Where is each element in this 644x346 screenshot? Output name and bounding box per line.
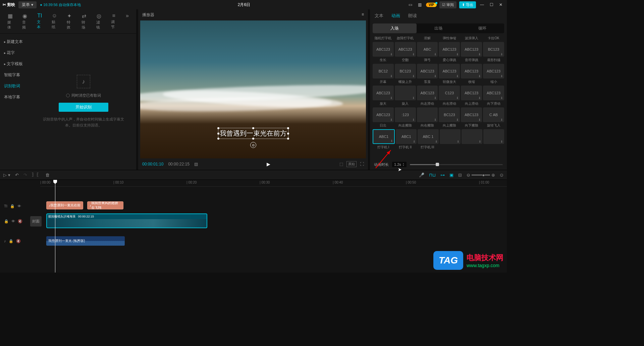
anim-preset[interactable]: ⬇ xyxy=(462,129,482,144)
lock-icon[interactable]: 🔒 xyxy=(10,204,15,208)
side-lyrics[interactable]: 识别歌词 xyxy=(0,81,31,92)
duration-input[interactable]: 1.2s▲▼ xyxy=(392,162,407,167)
export-button[interactable]: ⬆ 导出 xyxy=(459,1,476,8)
anim-preset[interactable]: ABC1⬇ xyxy=(396,129,417,144)
mute-icon[interactable]: 🔇 xyxy=(16,239,21,243)
audio-clip[interactable]: 我曾遇到一束光 (氛围版) xyxy=(46,236,125,246)
text-clip-1[interactable]: ♪ 我曾遇到一束光在前 xyxy=(46,201,83,209)
download-icon[interactable]: ⬇ xyxy=(456,118,459,121)
maximize-icon[interactable]: ☐ xyxy=(488,2,495,7)
timeline[interactable]: | 00:00| 00:10| 00:20| 00:30| 00:40| 00:… xyxy=(0,180,507,273)
preview-icon[interactable]: ▣ xyxy=(449,172,453,178)
download-icon[interactable]: ⬇ xyxy=(390,75,393,78)
zoom-out-icon[interactable]: ⊖ ━━━━●━━ ⊕ xyxy=(467,172,495,178)
tab-more[interactable]: » xyxy=(121,11,133,31)
anim-preset[interactable]: ABC123⬇ xyxy=(461,86,482,100)
fullscreen-icon[interactable]: ⛶ xyxy=(360,162,364,166)
download-icon[interactable]: ⬇ xyxy=(434,53,437,56)
download-icon[interactable]: ⬇ xyxy=(412,96,415,100)
cover-button[interactable]: 封面 xyxy=(30,216,42,227)
stepper-icon[interactable]: ▲▼ xyxy=(402,162,405,166)
tab-audio[interactable]: ◉音频 xyxy=(17,11,32,31)
anim-preset[interactable]: ABC123⬇ xyxy=(439,64,460,79)
download-icon[interactable]: ⬇ xyxy=(412,118,415,121)
download-icon[interactable]: ⬇ xyxy=(412,53,415,56)
menu-button[interactable]: 菜单 ▾ xyxy=(18,1,37,8)
download-icon[interactable]: ⬇ xyxy=(456,53,459,56)
time-ruler[interactable]: | 00:00| 00:10| 00:20| 00:30| 00:40| 00:… xyxy=(40,180,507,187)
download-icon[interactable]: ⬇ xyxy=(478,75,481,78)
download-icon[interactable]: ⬇ xyxy=(500,53,503,56)
anim-preset[interactable]: C AB⬇ xyxy=(483,107,504,122)
anim-preset[interactable]: ABC123⬇ xyxy=(417,86,438,100)
eye-icon[interactable]: 👁 xyxy=(11,219,15,223)
tab-sticker[interactable]: ☺贴纸 xyxy=(47,11,62,31)
anim-preset[interactable]: ABC123⬇ xyxy=(461,64,482,79)
anim-preset[interactable]: ABC123⬇ xyxy=(483,64,504,79)
tab-effect[interactable]: ✦特效 xyxy=(62,11,77,31)
download-icon[interactable]: ⬇ xyxy=(434,96,437,100)
download-icon[interactable]: ⬇ xyxy=(434,118,437,121)
side-flower[interactable]: 花字 xyxy=(0,47,31,58)
download-icon[interactable]: ⬇ xyxy=(434,75,437,78)
side-local[interactable]: 本地字幕 xyxy=(0,92,31,103)
anim-preset[interactable]: C123⬇ xyxy=(439,86,460,100)
anim-preset[interactable]: BC123⬇ xyxy=(483,42,504,57)
side-template[interactable]: 文字模板 xyxy=(0,58,31,69)
ratio-button[interactable]: 原始 xyxy=(346,161,357,167)
tab-adjust[interactable]: ≡调节 xyxy=(106,11,121,31)
minimize-icon[interactable]: — xyxy=(479,2,485,7)
download-icon[interactable]: ⬇ xyxy=(478,96,481,100)
download-icon[interactable]: ⬇ xyxy=(478,53,481,56)
subtab-out[interactable]: 出场 xyxy=(417,23,461,33)
delete-icon[interactable]: 🗑 xyxy=(45,172,50,178)
side-new-text[interactable]: 新建文本 xyxy=(0,36,31,47)
video-clip[interactable]: 航拍慢镜头沙滩海浪 00:00:22:15 xyxy=(46,213,207,228)
anim-preset[interactable]: ABC123⬇ xyxy=(461,42,482,57)
anim-preset[interactable]: ⬇ xyxy=(483,129,504,144)
download-icon[interactable]: ⬇ xyxy=(478,118,481,121)
anim-preset[interactable]: ABC123⬇ xyxy=(417,64,438,79)
close-icon[interactable]: ✕ xyxy=(497,2,504,7)
anim-preset[interactable]: ABC123⬇ xyxy=(373,86,394,100)
anim-preset[interactable]: ABC123⬇ xyxy=(461,107,482,122)
download-icon[interactable]: ⬇ xyxy=(500,140,503,143)
tab-media[interactable]: ▦媒体 xyxy=(3,11,17,31)
tab-text[interactable]: TI文本 xyxy=(32,11,47,31)
download-icon[interactable]: ⬇ xyxy=(412,75,415,78)
magnet-icon[interactable]: ⊓⊔ xyxy=(429,172,436,178)
anim-preset[interactable]: ABC123⬇ xyxy=(373,107,394,122)
subtitle-text[interactable]: 我曾遇到一束光在前方 ⊝ xyxy=(218,128,288,139)
download-icon[interactable]: ⬇ xyxy=(500,118,503,121)
eye-icon[interactable]: 👁 xyxy=(17,204,21,208)
redo-icon[interactable]: ↷ xyxy=(23,172,27,178)
tab-filter[interactable]: ◎滤镜 xyxy=(92,11,106,31)
rtab-text[interactable]: 文本 xyxy=(375,13,383,19)
play-button[interactable]: ▶ xyxy=(203,161,335,167)
anim-preset[interactable]: :123⬇ xyxy=(395,107,416,122)
download-icon[interactable]: ⬇ xyxy=(390,53,393,56)
checkbox[interactable] xyxy=(66,94,70,97)
layout-icon1[interactable]: ▭ xyxy=(407,2,414,7)
download-icon[interactable]: ⬇ xyxy=(457,140,460,143)
tab-transition[interactable]: ⇄转场 xyxy=(77,11,92,31)
lock-icon[interactable]: 🔒 xyxy=(4,219,9,224)
download-icon[interactable]: ⬇ xyxy=(456,96,459,100)
anim-preset[interactable]: ABC 1⬇ xyxy=(418,129,438,144)
download-icon[interactable]: ⬇ xyxy=(413,140,416,143)
side-smart[interactable]: 智能字幕 xyxy=(0,69,31,81)
anim-preset[interactable]: ABC123⬇ xyxy=(373,42,394,57)
duration-slider[interactable] xyxy=(410,164,503,165)
download-icon[interactable]: ⬇ xyxy=(456,75,459,78)
anim-preset[interactable]: ABC⬇ xyxy=(417,42,438,57)
list-icon[interactable]: ▤ xyxy=(194,162,198,166)
mic-icon[interactable]: 🎤 xyxy=(419,172,424,178)
link-icon[interactable]: ⊶ xyxy=(440,172,445,178)
download-icon[interactable]: ⬇ xyxy=(390,139,393,143)
vip-badge[interactable]: VIP xyxy=(426,3,437,7)
text-clip-2[interactable]: ♪ 我我曾乘风的翅膀去飞翔 xyxy=(87,201,123,209)
download-icon[interactable]: ⬇ xyxy=(500,75,503,78)
review-button[interactable]: ☑ 审阅 xyxy=(439,1,457,8)
anim-preset[interactable]: BC123⬇ xyxy=(439,107,460,122)
anim-preset[interactable]: ABC123⬇ xyxy=(395,42,416,57)
